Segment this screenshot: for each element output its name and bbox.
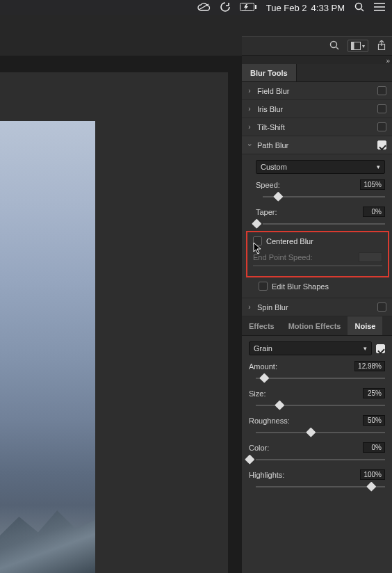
speed-slider: Speed: 105% (256, 179, 385, 201)
chevron-right-icon: › (246, 303, 253, 311)
effects-subtabs: Effects Motion Effects Noise (242, 316, 392, 336)
roughness-track[interactable] (249, 428, 385, 437)
battery-icon (240, 3, 256, 13)
color-slider: Color: 0% (249, 442, 385, 464)
path-preset-dropdown[interactable]: Custom ▾ (256, 160, 385, 174)
section-spin-blur[interactable]: › Spin Blur (242, 298, 392, 316)
menubar-time: 4:33 PM (311, 3, 345, 13)
view-mode-button[interactable]: ▾ (348, 40, 368, 52)
menu-list-icon[interactable] (374, 3, 385, 13)
slider-label: Highlights: (249, 471, 284, 479)
chevron-down-icon: ▾ (377, 163, 380, 170)
section-iris-blur[interactable]: › Iris Blur (242, 100, 392, 118)
svg-line-8 (336, 47, 338, 49)
noise-body: Grain ▾ Amount: 12.98% Size: 25% (242, 336, 392, 498)
section-tilt-shift[interactable]: › Tilt-Shift (242, 118, 392, 136)
size-track[interactable] (249, 401, 385, 410)
noise-enable-checkbox[interactable] (376, 344, 385, 353)
slider-label: Taper: (256, 208, 277, 216)
cloud-icon (197, 2, 211, 14)
slider-label: Amount: (249, 362, 277, 371)
macos-menubar: Tue Feb 2 4:33 PM (0, 0, 392, 15)
path-blur-body: Custom ▾ Speed: 105% Taper: 0% (242, 154, 392, 298)
section-label: Tilt-Shift (257, 123, 373, 131)
tab-motion-effects[interactable]: Motion Effects (281, 316, 348, 335)
enable-checkbox[interactable] (377, 122, 386, 131)
roughness-value[interactable]: 50% (363, 415, 385, 426)
sync-icon (220, 2, 230, 14)
spotlight-icon[interactable] (354, 2, 364, 14)
menubar-date: Tue Feb 2 (266, 3, 307, 13)
panel-toolbar: ▾ (242, 36, 392, 56)
slider-label: Speed: (256, 181, 280, 189)
properties-panel: Blur Tools › Field Blur › Iris Blur › Ti… (242, 64, 392, 573)
taper-slider: Taper: 0% (256, 207, 385, 228)
dropdown-value: Custom (261, 163, 287, 171)
enable-checkbox[interactable] (377, 302, 386, 312)
section-label: Iris Blur (257, 105, 373, 113)
color-value[interactable]: 0% (363, 442, 385, 453)
endpoint-speed-value (359, 252, 382, 262)
tab-noise[interactable]: Noise (348, 316, 382, 335)
search-icon[interactable] (329, 40, 339, 51)
slider-label: Size: (249, 389, 266, 398)
chevron-right-icon: › (246, 87, 253, 95)
section-label: Field Blur (257, 87, 373, 95)
svg-rect-1 (255, 5, 256, 9)
color-track[interactable] (249, 455, 385, 464)
highlights-value[interactable]: 100% (360, 469, 385, 480)
taper-track[interactable] (256, 220, 385, 228)
enable-checkbox[interactable] (377, 104, 386, 113)
taper-value[interactable]: 0% (363, 207, 385, 217)
dropdown-value: Grain (254, 344, 272, 353)
menubar-datetime: Tue Feb 2 4:33 PM (266, 3, 345, 13)
chevron-right-icon: › (246, 105, 253, 113)
section-field-blur[interactable]: › Field Blur (242, 82, 392, 100)
amount-track[interactable] (249, 374, 385, 382)
noise-preset-dropdown[interactable]: Grain ▾ (249, 341, 372, 355)
chevron-down-icon: ▾ (364, 345, 367, 352)
svg-point-7 (331, 42, 337, 48)
section-label: Spin Blur (257, 303, 373, 312)
tab-blur-tools[interactable]: Blur Tools (242, 64, 297, 81)
highlights-slider: Highlights: 100% (249, 469, 385, 491)
chevron-right-icon: › (246, 123, 253, 131)
highlights-track[interactable] (249, 483, 385, 491)
amount-slider: Amount: 12.98% (249, 361, 385, 382)
chevron-down-icon: › (246, 142, 254, 149)
svg-point-2 (356, 3, 362, 9)
amount-value[interactable]: 12.98% (354, 361, 385, 371)
share-icon[interactable] (377, 40, 386, 51)
canvas-background (0, 56, 242, 573)
slider-label: Color: (249, 444, 269, 452)
svg-line-3 (361, 9, 364, 11)
size-value[interactable]: 25% (363, 388, 385, 398)
edit-blur-shapes-label: Edit Blur Shapes (272, 282, 329, 291)
section-label: Path Blur (257, 141, 373, 150)
panel-tab-row: Blur Tools (242, 64, 392, 82)
endpoint-speed-label: End Point Speed: (253, 253, 313, 261)
highlight-annotation: Centered Blur End Point Speed: (246, 231, 389, 277)
centered-blur-label: Centered Blur (266, 237, 313, 245)
chevron-down-icon: ▾ (362, 43, 365, 49)
tab-effects[interactable]: Effects (242, 316, 281, 335)
speed-value[interactable]: 105% (360, 179, 385, 190)
speed-track[interactable] (256, 193, 385, 201)
endpoint-speed-track (253, 265, 382, 266)
edit-blur-shapes-checkbox[interactable] (259, 282, 268, 291)
slider-label: Roughness: (249, 417, 290, 425)
size-slider: Size: 25% (249, 388, 385, 410)
enable-checkbox[interactable] (377, 86, 386, 95)
section-path-blur[interactable]: › Path Blur (242, 136, 392, 154)
roughness-slider: Roughness: 50% (249, 415, 385, 437)
image-content (0, 510, 95, 573)
canvas-frame (0, 72, 228, 573)
image-preview[interactable] (0, 121, 95, 573)
centered-blur-checkbox[interactable] (253, 236, 262, 245)
enable-checkbox[interactable] (377, 140, 386, 150)
app-window: ▾ » Blur Tools › Field Blur › Iris Blur (0, 15, 392, 573)
svg-rect-10 (352, 42, 354, 50)
